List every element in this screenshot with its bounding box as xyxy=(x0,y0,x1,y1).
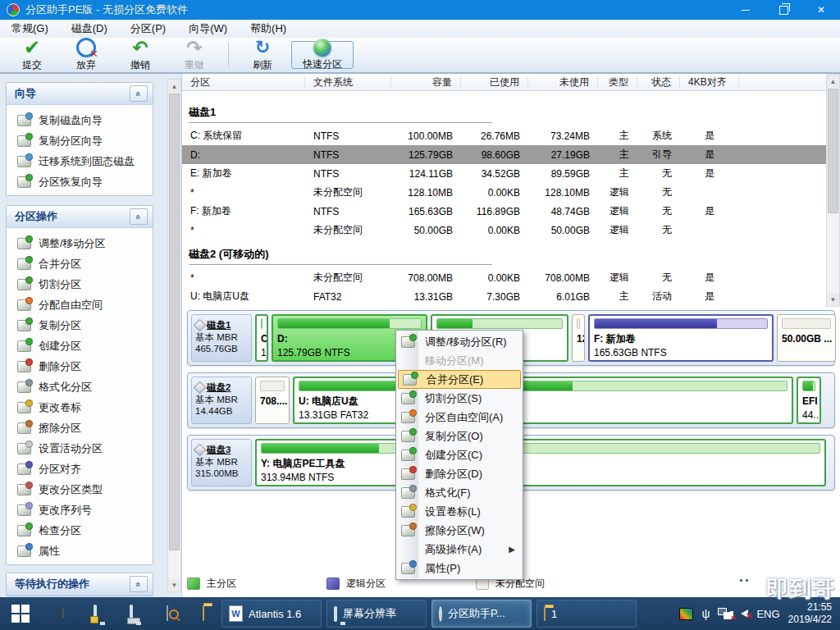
column-header[interactable]: 容量 xyxy=(391,76,461,88)
collapse-chevron-button[interactable]: « xyxy=(130,576,148,592)
column-header[interactable]: 已使用 xyxy=(461,76,528,88)
table-scrollbar[interactable]: ▲ ▼ xyxy=(826,74,840,307)
sidebar-item[interactable]: 更改序列号 xyxy=(7,500,153,520)
column-header[interactable]: 分区 xyxy=(182,76,305,88)
column-header[interactable]: 状态 xyxy=(637,76,680,88)
partition-box[interactable]: U: 电脑店U盘13.31GB FAT32 xyxy=(293,377,793,424)
toolbar-button-refresh[interactable]: ↻刷新 xyxy=(235,38,290,72)
table-row[interactable]: *未分配空间708.00MB0.00KB708.00MB逻辑无是 xyxy=(182,268,840,287)
partition-box[interactable]: Y: 电脑店PE工具盘313.94MB NTFS xyxy=(255,439,826,486)
scroll-down-arrow-icon[interactable]: ▼ xyxy=(168,578,180,591)
partition-box[interactable]: F: 新加卷165.63GB NTFS xyxy=(588,314,774,362)
scrollbar-thumb[interactable] xyxy=(169,94,180,550)
context-menu-item[interactable]: 高级操作(A)▶ xyxy=(397,540,522,559)
partition-box[interactable]: 708.... xyxy=(255,377,290,424)
context-menu-item[interactable]: 创建分区(C) xyxy=(397,445,522,464)
table-row[interactable]: C: 系统保留NTFS100.00MB26.76MB73.24MB主系统是 xyxy=(182,126,840,145)
menubar-item[interactable]: 帮助(H) xyxy=(239,20,298,38)
task-button[interactable]: 分区助手P... xyxy=(431,600,532,628)
sidebar-item[interactable]: 分区恢复向导 xyxy=(7,171,153,192)
minimize-button[interactable] xyxy=(727,0,765,20)
context-menu-item[interactable]: 擦除分区(W) xyxy=(397,521,522,540)
disk-label[interactable]: 磁盘3基本 MBR315.00MB xyxy=(191,439,252,486)
sidebar-item[interactable]: 复制磁盘向导 xyxy=(7,110,153,130)
collapse-chevron-button[interactable]: « xyxy=(130,208,148,225)
sidebar-item[interactable]: 检查分区 xyxy=(7,520,153,541)
toolbar-button-quick-partition[interactable]: 快速分区 xyxy=(291,41,354,69)
toolbar-button-redo[interactable]: ↷重做 xyxy=(167,38,221,72)
toolbar-button-discard[interactable]: ✕放弃 xyxy=(59,38,113,72)
sidebar-item[interactable]: 设置活动分区 xyxy=(7,438,153,459)
partition-box[interactable]: C:100.00MB xyxy=(255,314,268,362)
taskbar-clock[interactable]: 21:552019/4/22 xyxy=(788,601,832,626)
scroll-up-arrow-icon[interactable]: ▲ xyxy=(168,80,180,93)
sidebar-item[interactable]: 复制分区 xyxy=(7,315,153,336)
task-button[interactable]: WAtlantis 1.6 xyxy=(221,600,322,628)
context-menu-item[interactable]: 切割分区(S) xyxy=(397,389,522,408)
sidebar-item[interactable]: 创建分区 xyxy=(7,336,153,356)
sidebar-item[interactable]: 复制分区向导 xyxy=(7,130,153,151)
column-header[interactable]: 文件系统 xyxy=(305,76,391,88)
column-header[interactable]: 4KB对齐 xyxy=(680,76,739,88)
disk-label[interactable]: 磁盘1基本 MBR465.76GB xyxy=(191,314,252,362)
launcher-cpu-chip[interactable] xyxy=(41,597,77,630)
partition-box[interactable]: 50.00GB ... xyxy=(777,314,836,362)
sidebar-item[interactable]: 更改分区类型 xyxy=(7,479,153,500)
sidebar-scrollbar[interactable]: ▲ ▼ xyxy=(167,79,181,592)
sidebar-item[interactable]: 分区对齐 xyxy=(7,459,153,479)
launcher-search-document[interactable] xyxy=(149,597,185,630)
collapse-chevron-button[interactable]: « xyxy=(130,85,148,102)
toolbar-button-undo[interactable]: ↶撤销 xyxy=(113,38,167,72)
context-menu-item[interactable]: 合并分区(E) xyxy=(398,370,521,389)
task-button[interactable]: 1 xyxy=(536,600,637,628)
sidebar-item[interactable]: 调整/移动分区 xyxy=(7,233,153,253)
table-row[interactable]: *未分配空间50.00GB0.00KB50.00GB逻辑无 xyxy=(182,221,840,240)
usb-icon[interactable]: ψ xyxy=(701,608,710,619)
context-menu-item[interactable]: 复制分区(O) xyxy=(397,427,522,445)
context-menu-item[interactable]: 设置卷标(L) xyxy=(397,502,522,521)
launcher-folder[interactable] xyxy=(185,597,221,630)
sidebar-item[interactable]: 合并分区 xyxy=(7,253,153,274)
table-row[interactable]: E: 新加卷NTFS124.11GB34.52GB89.59GB主无是 xyxy=(182,164,840,183)
column-header[interactable]: 未使用 xyxy=(528,76,598,88)
sidebar-item[interactable]: 切割分区 xyxy=(7,274,153,294)
scrollbar-thumb[interactable] xyxy=(828,89,838,213)
sidebar-item[interactable]: 更改卷标 xyxy=(7,397,153,418)
menubar-item[interactable]: 向导(W) xyxy=(177,20,239,38)
menubar-item[interactable]: 常规(G) xyxy=(0,20,60,38)
table-row[interactable]: *未分配空间128.10MB0.00KB128.10MB逻辑无 xyxy=(182,183,840,202)
close-button[interactable]: ✕ xyxy=(802,0,840,20)
sidebar-item[interactable]: 删除分区 xyxy=(7,356,153,377)
context-menu-item[interactable]: 删除分区(D) xyxy=(397,464,522,483)
sidebar-item[interactable]: 属性 xyxy=(7,541,153,561)
context-menu-item[interactable]: 分区自由空间(A) xyxy=(397,408,522,427)
display-colors-icon[interactable] xyxy=(679,608,693,620)
menubar-item[interactable]: 分区(P) xyxy=(119,20,177,38)
context-menu-item[interactable]: 调整/移动分区(R) xyxy=(397,332,522,351)
context-menu-item[interactable]: 属性(P) xyxy=(397,559,522,578)
sidebar-item[interactable]: 迁移系统到固态磁盘 xyxy=(7,151,153,171)
sidebar-item[interactable]: 格式化分区 xyxy=(7,377,153,397)
launcher-monitor-keyboard[interactable] xyxy=(113,597,149,630)
start-button[interactable] xyxy=(0,597,41,630)
context-menu-item[interactable]: 格式化(F) xyxy=(397,483,522,502)
volume-muted-icon[interactable]: ✕ xyxy=(741,609,748,618)
table-row[interactable]: F: 新加卷NTFS165.63GB116.89GB48.74GB逻辑无是 xyxy=(182,202,840,221)
table-row[interactable]: U: 电脑店U盘FAT3213.31GB7.30GB6.01GB主活动是 xyxy=(182,287,840,306)
disk-label[interactable]: 磁盘2基本 MBR14.44GB xyxy=(191,377,252,424)
partition-box[interactable]: EFI44... xyxy=(797,377,821,424)
restore-button[interactable] xyxy=(765,0,802,20)
table-row[interactable]: D:NTFS125.79GB98.60GB27.19GB主引导是 xyxy=(182,145,840,164)
sidebar-item[interactable]: 擦除分区 xyxy=(7,418,153,438)
scroll-up-arrow-icon[interactable]: ▲ xyxy=(827,75,839,88)
context-menu-item[interactable]: 移动分区(M) xyxy=(397,351,522,370)
language-indicator[interactable]: ENG xyxy=(756,608,779,620)
launcher-monitor-lock[interactable] xyxy=(77,597,113,630)
scroll-down-arrow-icon[interactable]: ▼ xyxy=(827,293,839,306)
task-button[interactable]: 屏幕分辨率 xyxy=(326,600,427,628)
toolbar-button-commit-check[interactable]: ✔提交 xyxy=(5,38,59,72)
column-header[interactable]: 类型 xyxy=(598,76,637,88)
sidebar-item[interactable]: 分配自由空间 xyxy=(7,294,153,315)
partition-box[interactable]: 128.10MB xyxy=(572,314,585,362)
menubar-item[interactable]: 磁盘(D) xyxy=(60,20,119,38)
